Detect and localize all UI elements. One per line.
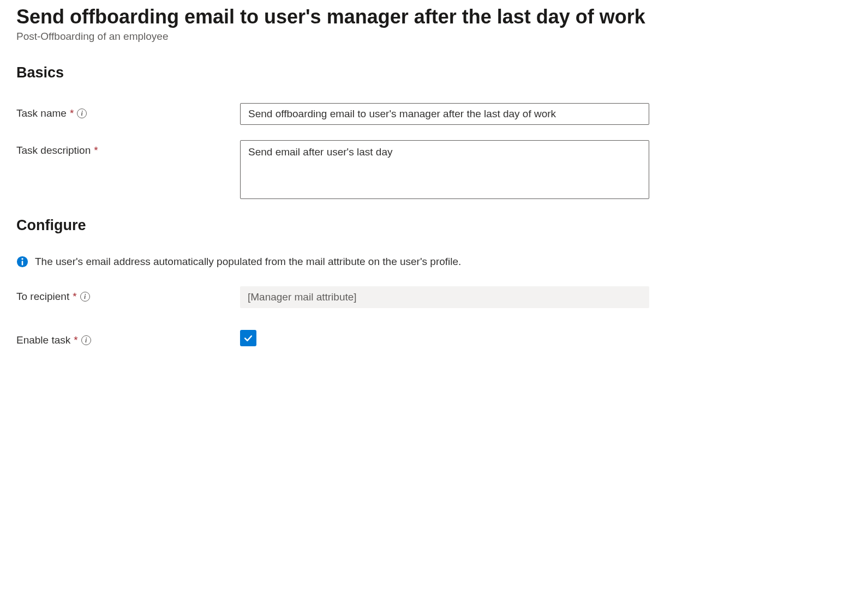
label-task-name: Task name * i	[16, 103, 240, 119]
required-marker: *	[73, 291, 76, 303]
label-task-description-text: Task description	[16, 145, 91, 156]
section-heading-configure: Configure	[16, 217, 852, 234]
info-solid-icon	[16, 256, 28, 268]
svg-rect-1	[22, 261, 23, 265]
info-icon[interactable]: i	[81, 335, 91, 345]
page-title: Send offboarding email to user's manager…	[16, 5, 852, 28]
label-to-recipient-text: To recipient	[16, 291, 69, 303]
svg-point-2	[21, 258, 23, 260]
label-enable-task: Enable task * i	[16, 330, 240, 346]
section-heading-basics: Basics	[16, 64, 852, 81]
page-subtitle: Post-Offboarding of an employee	[16, 31, 852, 43]
row-enable-task: Enable task * i	[16, 330, 852, 346]
required-marker: *	[94, 145, 98, 156]
info-banner-text: The user's email address automatically p…	[35, 256, 461, 268]
checkmark-icon	[243, 333, 254, 344]
row-task-name: Task name * i	[16, 103, 852, 125]
label-task-name-text: Task name	[16, 107, 67, 119]
info-banner: The user's email address automatically p…	[16, 256, 852, 268]
required-marker: *	[70, 107, 74, 119]
label-to-recipient: To recipient * i	[16, 286, 240, 303]
row-to-recipient: To recipient * i [Manager mail attribute…	[16, 286, 852, 308]
row-task-description: Task description *	[16, 140, 852, 202]
task-name-input[interactable]	[240, 103, 649, 125]
label-task-description: Task description *	[16, 140, 240, 156]
required-marker: *	[74, 334, 77, 346]
task-description-input[interactable]	[240, 140, 649, 199]
label-enable-task-text: Enable task	[16, 334, 70, 346]
info-icon[interactable]: i	[80, 292, 90, 302]
to-recipient-field: [Manager mail attribute]	[240, 286, 649, 308]
info-icon[interactable]: i	[77, 109, 87, 118]
enable-task-checkbox[interactable]	[240, 330, 256, 346]
